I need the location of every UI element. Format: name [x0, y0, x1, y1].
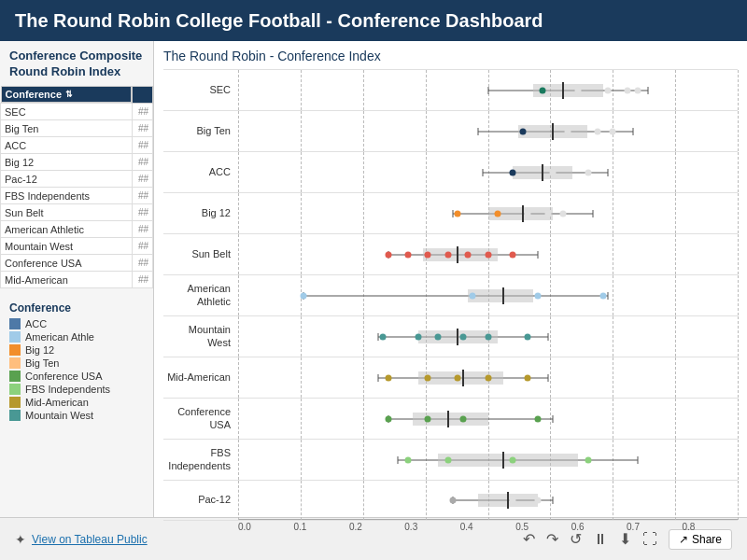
row-label: ACC [163, 166, 238, 178]
legend: Conference ACCAmerican AthleBig 12Big Te… [0, 294, 153, 430]
axis-line [238, 111, 239, 151]
whisker-cap [547, 374, 548, 382]
axis-line [613, 399, 613, 439]
legend-color-swatch [9, 357, 21, 369]
median-line [552, 123, 554, 140]
conf-name: Big Ten [1, 120, 133, 137]
axis-line [613, 234, 613, 274]
axis-line [426, 70, 427, 110]
conf-name: Sun Belt [1, 204, 133, 221]
conf-value: ## [133, 221, 153, 238]
axis-line [550, 357, 551, 398]
axis-line [738, 316, 739, 357]
legend-item[interactable]: Mid-American [9, 397, 144, 408]
axis-line [238, 399, 239, 439]
data-dot [465, 251, 472, 258]
whisker-line [303, 295, 608, 296]
table-row[interactable]: FBS Independents## [1, 188, 153, 204]
table-row[interactable]: Big 12## [1, 154, 153, 171]
sort-icon[interactable]: ⇅ [65, 90, 73, 99]
data-dot [519, 128, 526, 134]
table-header-value [133, 86, 153, 104]
data-dot [510, 456, 516, 463]
legend-item[interactable]: Big 12 [9, 344, 144, 356]
median-line [562, 82, 564, 99]
data-dot [485, 251, 491, 258]
main-content: Conference Composite Round Robin Index C… [0, 41, 747, 517]
table-row[interactable]: Sun Belt## [1, 204, 153, 221]
axis-line [613, 193, 613, 233]
axis-line [675, 357, 676, 398]
legend-item[interactable]: American Athle [9, 331, 144, 343]
axis-line [675, 70, 676, 110]
legend-color-swatch [9, 344, 21, 356]
data-dot [485, 333, 491, 340]
axis-line [363, 70, 364, 110]
data-dot [525, 210, 531, 217]
axis-line [613, 357, 613, 398]
legend-color-swatch [9, 331, 21, 343]
axis-label: 0.2 [349, 522, 404, 532]
conf-value: ## [133, 238, 153, 255]
row-label: American Athletic [163, 283, 238, 307]
table-header-conference[interactable]: Conference ⇅ [1, 86, 133, 103]
row-chart-area [238, 234, 738, 274]
table-row[interactable]: Big Ten## [1, 120, 153, 137]
table-row[interactable]: SEC## [1, 104, 153, 120]
axis-line [238, 70, 239, 110]
page-header: The Round Robin College Football - Confe… [0, 0, 747, 41]
legend-item[interactable]: Mountain West [9, 410, 144, 421]
data-dot [544, 210, 551, 217]
axis-line [738, 440, 739, 480]
row-label: SEC [163, 84, 238, 96]
data-dot [470, 292, 476, 299]
legend-item[interactable]: Big Ten [9, 357, 144, 369]
data-dot [599, 292, 606, 299]
axis-line [426, 481, 427, 520]
chart-row: Big Ten [163, 110, 738, 151]
axis-line [301, 357, 302, 398]
axis-line [613, 275, 613, 315]
axis-line [613, 316, 613, 357]
legend-color-swatch [9, 318, 21, 329]
whisker-cap [592, 210, 593, 217]
axis-line [301, 70, 302, 110]
axis-line [301, 152, 302, 192]
data-dot [565, 128, 571, 134]
legend-color-swatch [9, 410, 21, 421]
table-row[interactable]: Conference USA## [1, 255, 153, 272]
data-dot [404, 456, 411, 463]
footer-left: ✦ View on Tableau Public [15, 532, 148, 547]
row-label: Mountain West [163, 324, 238, 348]
table-row[interactable]: Pac-12## [1, 171, 153, 188]
axis-line [426, 152, 427, 192]
legend-item[interactable]: ACC [9, 318, 144, 329]
data-dot [385, 251, 391, 258]
row-chart-area [238, 440, 738, 480]
axis-label: 0.0 [238, 522, 293, 532]
whisker-cap [377, 374, 378, 382]
chart-row: Big 12 [163, 192, 738, 233]
whisker-cap [453, 210, 454, 217]
data-dot [380, 333, 387, 340]
legend-item[interactable]: FBS Independents [9, 384, 144, 395]
axis-line [738, 481, 739, 520]
data-dot [485, 374, 491, 381]
axis-line [238, 316, 239, 357]
axis-line [301, 316, 302, 357]
axis-line [613, 152, 613, 192]
axis-line [738, 234, 739, 274]
table-row[interactable]: American Athletic## [1, 221, 153, 238]
data-dot [510, 169, 516, 175]
table-row[interactable]: ACC## [1, 137, 153, 154]
table-row[interactable]: Mid-American## [1, 272, 153, 288]
legend-item[interactable]: Conference USA [9, 371, 144, 382]
table-row[interactable]: Mountain West## [1, 238, 153, 255]
tableau-label[interactable]: View on Tableau Public [32, 533, 148, 546]
data-dot [385, 415, 391, 422]
axis-labels: 0.00.10.20.30.40.50.60.70.8 [238, 519, 738, 536]
sidebar-title: Conference Composite Round Robin Index [0, 49, 153, 86]
whisker-cap [377, 333, 378, 341]
median-line [447, 411, 449, 427]
row-chart-area [238, 111, 738, 151]
